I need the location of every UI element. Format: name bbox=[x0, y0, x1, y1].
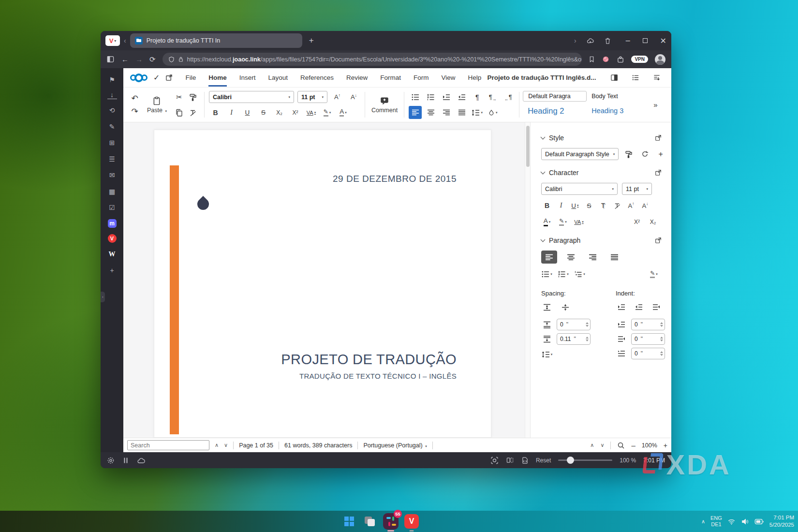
language-selector[interactable]: Portuguese (Portugal) ▾ bbox=[363, 442, 427, 449]
menu-form[interactable]: Form bbox=[414, 69, 429, 87]
extensions-puzzle-icon[interactable] bbox=[617, 56, 624, 63]
open-in-new-icon[interactable] bbox=[165, 74, 173, 81]
font-size-combo[interactable]: 11 pt ▾ bbox=[297, 91, 327, 103]
menu-review[interactable]: Review bbox=[346, 69, 368, 87]
font-name-combo[interactable]: Calibri ▾ bbox=[209, 91, 294, 103]
zoom-slider-knob[interactable] bbox=[567, 457, 574, 464]
sidebar-char-spacing-button[interactable]: VA▾ bbox=[573, 216, 585, 228]
search-next-icon[interactable]: ∨ bbox=[224, 442, 228, 448]
indent-after-field[interactable]: 0" bbox=[631, 333, 665, 345]
sidebar-subscript-button[interactable]: X₂ bbox=[647, 216, 659, 228]
italic-button[interactable]: I bbox=[225, 106, 238, 119]
clear-formatting-button[interactable] bbox=[187, 106, 200, 119]
tray-overflow-chevron[interactable]: ∧ bbox=[701, 518, 705, 525]
ai-assistant-icon[interactable] bbox=[602, 56, 610, 63]
reading-list-panel-icon[interactable]: ☰ bbox=[107, 154, 117, 164]
save-check-icon[interactable]: ✓ bbox=[153, 73, 160, 82]
menu-insert[interactable]: Insert bbox=[239, 69, 256, 87]
sidebar-bold-button[interactable]: B bbox=[541, 200, 553, 211]
language-indicator[interactable]: ENGDE1 bbox=[710, 515, 722, 528]
redo-button[interactable]: ↷ bbox=[128, 105, 141, 118]
cut-button[interactable]: ✂ bbox=[173, 90, 186, 103]
line-spacing-dropdown[interactable]: ▾ bbox=[541, 349, 553, 360]
menu-file[interactable]: File bbox=[185, 69, 196, 87]
sidebar-increase-indent-button[interactable] bbox=[616, 301, 627, 313]
zoom-out-icon[interactable]: – bbox=[631, 441, 635, 449]
sidebar-font-size-combo[interactable]: 11 pt ▾ bbox=[622, 183, 652, 195]
wifi-icon[interactable] bbox=[727, 518, 736, 525]
capture-page-icon[interactable] bbox=[490, 457, 499, 464]
sidebar-justify-button[interactable] bbox=[606, 251, 622, 264]
underline-button[interactable]: U bbox=[241, 106, 254, 119]
sidebar-shadow-button[interactable]: T bbox=[597, 200, 609, 211]
document-area[interactable]: 29 DE DEZEMBRO DE 2015 PROJETO DE TRADUÇ… bbox=[123, 122, 525, 438]
volume-icon[interactable] bbox=[741, 518, 749, 525]
menu-layout[interactable]: Layout bbox=[268, 69, 288, 87]
spacing-above-field[interactable]: 0" bbox=[557, 319, 591, 330]
style-heading-3[interactable]: Heading 3 bbox=[587, 105, 649, 116]
sidebar-font-name-combo[interactable]: Calibri ▾ bbox=[541, 183, 618, 195]
battery-icon[interactable] bbox=[754, 518, 764, 525]
sidebar-toggle-icon[interactable] bbox=[610, 74, 618, 81]
hanging-indent-button[interactable] bbox=[650, 301, 662, 313]
format-paint-button[interactable] bbox=[187, 90, 200, 103]
document-page[interactable]: 29 DE DEZEMBRO DE 2015 PROJETO DE TRADUÇ… bbox=[154, 130, 491, 438]
bullet-list-button[interactable] bbox=[409, 90, 422, 103]
navigation-list-icon[interactable] bbox=[653, 74, 661, 81]
sessions-panel-icon[interactable]: ⊞ bbox=[107, 138, 117, 148]
panel-collapse-handle[interactable]: ‹ bbox=[101, 292, 105, 302]
word-count[interactable]: 61 words, 389 characters bbox=[284, 442, 352, 449]
shrink-font-button[interactable]: A↓ bbox=[347, 90, 360, 103]
sidebar-clear-format-button[interactable] bbox=[611, 200, 623, 211]
page-zoom-slider[interactable] bbox=[558, 459, 612, 461]
sidebar-decrease-indent-button[interactable] bbox=[633, 301, 645, 313]
sidebar-align-right-button[interactable] bbox=[585, 251, 601, 264]
style-new-button[interactable]: + bbox=[655, 148, 666, 160]
sidebar-paragraph-fill-button[interactable]: ✎ ▾ bbox=[648, 268, 660, 280]
vivaldi-menu-button[interactable]: V ▾ bbox=[105, 35, 120, 46]
toolbar-overflow-button[interactable]: » bbox=[650, 101, 661, 109]
sidebar-strikethrough-button[interactable]: S bbox=[583, 200, 595, 211]
wikipedia-webpanel-icon[interactable]: W bbox=[107, 250, 117, 259]
prev-page-icon[interactable]: ∧ bbox=[590, 442, 594, 448]
bookmark-page-icon[interactable] bbox=[589, 56, 595, 63]
paragraph-style-combo[interactable]: Default Paragraph Style ▾ bbox=[541, 148, 619, 160]
tiling-icon[interactable] bbox=[506, 457, 514, 464]
start-button[interactable] bbox=[341, 514, 357, 529]
sync-cloud-icon[interactable] bbox=[586, 37, 594, 44]
style-paint-button[interactable] bbox=[623, 148, 635, 160]
align-right-button[interactable] bbox=[440, 106, 453, 119]
sidebar-bullet-list-button[interactable]: ▾ bbox=[541, 268, 553, 280]
notes-panel-icon[interactable]: ✎ bbox=[107, 122, 117, 132]
forward-button[interactable]: → bbox=[135, 55, 143, 63]
style-external-link-icon[interactable] bbox=[655, 134, 662, 141]
align-center-button[interactable] bbox=[424, 106, 437, 119]
grow-font-button[interactable]: A↑ bbox=[331, 90, 344, 103]
line-spacing-button[interactable]: ▾ bbox=[471, 106, 484, 119]
reload-button[interactable]: ⟳ bbox=[149, 55, 156, 64]
scrollbar-thumb[interactable] bbox=[526, 126, 530, 167]
sidebar-superscript-button[interactable]: X² bbox=[631, 216, 643, 228]
strikethrough-button[interactable]: S bbox=[257, 106, 270, 119]
status-cloud-icon[interactable] bbox=[137, 457, 145, 464]
bookmarks-panel-icon[interactable]: ⚑ bbox=[107, 75, 117, 85]
minimize-button[interactable]: – bbox=[626, 36, 630, 45]
add-webpanel-icon[interactable]: + bbox=[107, 266, 117, 275]
status-settings-icon[interactable] bbox=[107, 457, 115, 464]
font-color-button[interactable]: A▾ bbox=[337, 106, 350, 119]
zoom-level[interactable]: 100% bbox=[642, 442, 657, 449]
superscript-button[interactable]: X² bbox=[289, 106, 302, 119]
increase-para-spacing-button[interactable] bbox=[541, 301, 553, 313]
subscript-button[interactable]: X₂ bbox=[273, 106, 286, 119]
search-prev-icon[interactable]: ∧ bbox=[215, 442, 219, 448]
vivaldi-taskbar-icon[interactable]: V bbox=[404, 514, 419, 529]
indent-before-field[interactable]: 0" bbox=[631, 319, 665, 330]
url-field[interactable]: https://nextcloud.joaoc.link/apps/files/… bbox=[163, 53, 582, 66]
status-pause-icon[interactable] bbox=[123, 457, 129, 464]
back-button[interactable]: ← bbox=[121, 55, 129, 63]
search-input[interactable] bbox=[127, 440, 209, 450]
trash-closed-tabs-icon[interactable] bbox=[604, 37, 611, 44]
numbered-list-button[interactable] bbox=[424, 90, 437, 103]
zoom-reset-label[interactable]: Reset bbox=[536, 457, 551, 464]
paragraph-external-link-icon[interactable] bbox=[655, 237, 662, 244]
